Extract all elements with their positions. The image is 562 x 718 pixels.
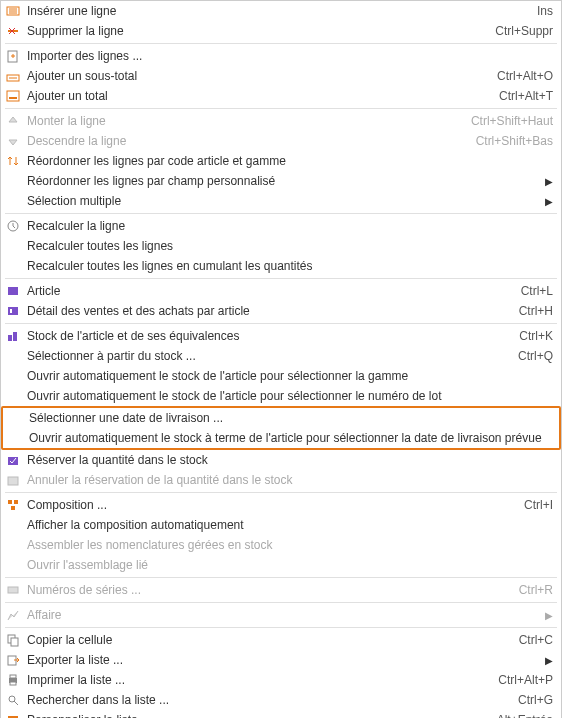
composition-shortcut: Ctrl+I xyxy=(524,498,553,512)
stock-icon xyxy=(5,328,21,344)
reserve-icon xyxy=(5,452,21,468)
search-list-label: Rechercher dans la liste ... xyxy=(27,693,508,707)
move-down-label: Descendre la ligne xyxy=(27,134,466,148)
submenu-arrow-icon: ▶ xyxy=(545,196,553,207)
reserve-qty-label: Réserver la quantité dans le stock xyxy=(27,453,553,467)
print-list-label: Imprimer la liste ... xyxy=(27,673,488,687)
add-total-item[interactable]: Ajouter un total Ctrl+Alt+T xyxy=(1,86,561,106)
detail-sales-icon xyxy=(5,303,21,319)
recalc-cum-item[interactable]: Recalculer toutes les lignes en cumulant… xyxy=(1,256,561,276)
auto-stock-delivery-item[interactable]: Ouvrir automatiquement le stock à terme … xyxy=(3,428,559,448)
show-comp-label: Afficher la composition automatiquement xyxy=(27,518,553,532)
blank-icon xyxy=(7,410,23,426)
print-list-item[interactable]: Imprimer la liste ... Ctrl+Alt+P xyxy=(1,670,561,690)
insert-line-label: Insérer une ligne xyxy=(27,4,527,18)
select-stock-shortcut: Ctrl+Q xyxy=(518,349,553,363)
svg-rect-13 xyxy=(8,287,18,295)
reserve-qty-item[interactable]: Réserver la quantité dans le stock xyxy=(1,450,561,470)
svg-line-31 xyxy=(14,701,18,705)
svg-rect-20 xyxy=(8,500,12,504)
separator xyxy=(5,627,557,628)
article-item[interactable]: Article Ctrl+L xyxy=(1,281,561,301)
add-subtotal-item[interactable]: Ajouter un sous-total Ctrl+Alt+O xyxy=(1,66,561,86)
copy-cell-shortcut: Ctrl+C xyxy=(519,633,553,647)
serial-numbers-shortcut: Ctrl+R xyxy=(519,583,553,597)
separator xyxy=(5,602,557,603)
delete-line-item[interactable]: Supprimer la ligne Ctrl+Suppr xyxy=(1,21,561,41)
copy-icon xyxy=(5,632,21,648)
svg-rect-25 xyxy=(11,638,18,646)
copy-cell-item[interactable]: Copier la cellule Ctrl+C xyxy=(1,630,561,650)
context-menu: Insérer une ligne Ins Supprimer la ligne… xyxy=(0,0,562,718)
move-down-shortcut: Ctrl+Shift+Bas xyxy=(476,134,553,148)
auto-stock-gamme-item[interactable]: Ouvrir automatiquement le stock de l'art… xyxy=(1,366,561,386)
auto-stock-delivery-label: Ouvrir automatiquement le stock à terme … xyxy=(29,431,551,445)
add-subtotal-shortcut: Ctrl+Alt+O xyxy=(497,69,553,83)
separator xyxy=(5,492,557,493)
export-list-label: Exporter la liste ... xyxy=(27,653,535,667)
add-subtotal-icon xyxy=(5,68,21,84)
svg-rect-14 xyxy=(8,307,18,315)
stock-equiv-item[interactable]: Stock de l'article et de ses équivalence… xyxy=(1,326,561,346)
svg-rect-28 xyxy=(10,675,16,678)
detail-sales-shortcut: Ctrl+H xyxy=(519,304,553,318)
move-up-label: Monter la ligne xyxy=(27,114,461,128)
import-lines-icon xyxy=(5,48,21,64)
reorder-code-item[interactable]: Réordonner les lignes par code article e… xyxy=(1,151,561,171)
article-icon xyxy=(5,283,21,299)
add-total-shortcut: Ctrl+Alt+T xyxy=(499,89,553,103)
composition-label: Composition ... xyxy=(27,498,514,512)
composition-item[interactable]: Composition ... Ctrl+I xyxy=(1,495,561,515)
blank-icon xyxy=(7,430,23,446)
stock-equiv-label: Stock de l'article et de ses équivalence… xyxy=(27,329,509,343)
affair-icon xyxy=(5,607,21,623)
select-stock-item[interactable]: Sélectionner à partir du stock ... Ctrl+… xyxy=(1,346,561,366)
composition-icon xyxy=(5,497,21,513)
reorder-custom-item[interactable]: Réordonner les lignes par champ personna… xyxy=(1,171,561,191)
svg-rect-15 xyxy=(10,309,12,313)
blank-icon xyxy=(5,388,21,404)
select-delivery-label: Sélectionner une date de livraison ... xyxy=(29,411,551,425)
recalc-all-item[interactable]: Recalculer toutes les lignes xyxy=(1,236,561,256)
blank-icon xyxy=(5,348,21,364)
multi-select-label: Sélection multiple xyxy=(27,194,535,208)
customize-list-item[interactable]: Personnaliser la liste ... Alt+Entrée xyxy=(1,710,561,718)
recalc-all-label: Recalculer toutes les lignes xyxy=(27,239,553,253)
assemble-nom-label: Assembler les nomenclatures gérées en st… xyxy=(27,538,553,552)
blank-icon xyxy=(5,557,21,573)
insert-line-shortcut: Ins xyxy=(537,4,553,18)
separator xyxy=(5,213,557,214)
import-lines-label: Importer des lignes ... xyxy=(27,49,553,63)
svg-rect-10 xyxy=(7,91,19,101)
search-icon xyxy=(5,692,21,708)
submenu-arrow-icon: ▶ xyxy=(545,610,553,621)
recalc-line-item[interactable]: Recalculer la ligne xyxy=(1,216,561,236)
auto-stock-lot-item[interactable]: Ouvrir automatiquement le stock de l'art… xyxy=(1,386,561,406)
affair-label: Affaire xyxy=(27,608,535,622)
add-total-label: Ajouter un total xyxy=(27,89,489,103)
serial-numbers-label: Numéros de séries ... xyxy=(27,583,509,597)
move-up-shortcut: Ctrl+Shift+Haut xyxy=(471,114,553,128)
cancel-reserve-label: Annuler la réservation de la quantité da… xyxy=(27,473,553,487)
multi-select-item[interactable]: Sélection multiple ▶ xyxy=(1,191,561,211)
serial-icon xyxy=(5,582,21,598)
blank-icon xyxy=(5,517,21,533)
show-comp-item[interactable]: Afficher la composition automatiquement xyxy=(1,515,561,535)
detail-sales-item[interactable]: Détail des ventes et des achats par arti… xyxy=(1,301,561,321)
move-up-item: Monter la ligne Ctrl+Shift+Haut xyxy=(1,111,561,131)
separator xyxy=(5,323,557,324)
insert-line-icon xyxy=(5,3,21,19)
import-lines-item[interactable]: Importer des lignes ... xyxy=(1,46,561,66)
auto-stock-gamme-label: Ouvrir automatiquement le stock de l'art… xyxy=(27,369,553,383)
separator xyxy=(5,278,557,279)
delete-line-icon xyxy=(5,23,21,39)
recalc-icon xyxy=(5,218,21,234)
separator xyxy=(5,577,557,578)
add-total-icon xyxy=(5,88,21,104)
svg-rect-17 xyxy=(13,332,17,341)
select-delivery-item[interactable]: Sélectionner une date de livraison ... xyxy=(3,408,559,428)
search-list-item[interactable]: Rechercher dans la liste ... Ctrl+G xyxy=(1,690,561,710)
stock-equiv-shortcut: Ctrl+K xyxy=(519,329,553,343)
insert-line-item[interactable]: Insérer une ligne Ins xyxy=(1,1,561,21)
export-list-item[interactable]: Exporter la liste ... ▶ xyxy=(1,650,561,670)
